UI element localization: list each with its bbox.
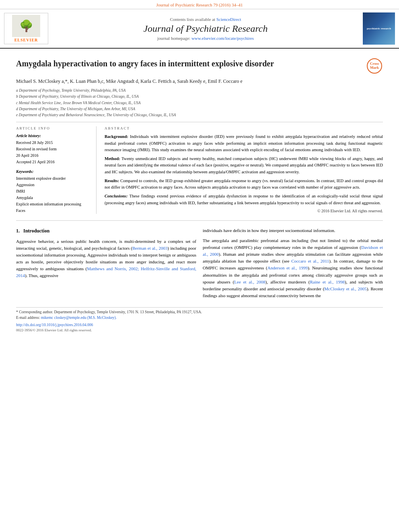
affiliation-d: d Department of Psychiatry, The Universi… xyxy=(16,106,383,112)
revised-date: 20 April 2016 xyxy=(16,152,92,159)
copyright-line: © 2016 Elsevier Ltd. All rights reserved… xyxy=(105,209,383,213)
ref-berman[interactable]: Berman et al., 2003 xyxy=(132,246,167,251)
crossmark-label: CrossMark xyxy=(370,62,379,70)
divider-2 xyxy=(16,220,383,221)
keyword-5: Explicit emotion information processing xyxy=(16,201,92,207)
elsevier-logo: 🌳 ELSEVIER xyxy=(4,13,48,44)
keyword-1: Intermittent explosive disorder xyxy=(16,175,92,182)
affiliation-b: b Department of Psychiatry, University o… xyxy=(16,94,383,99)
ref-anderson[interactable]: Anderson et al., 1999 xyxy=(267,265,308,270)
issn-line: 0022-3956/© 2016 Elsevier Ltd. All right… xyxy=(16,328,383,332)
method-text: Twenty unmedicated IED subjects and twen… xyxy=(105,156,383,174)
elsevier-brand-name: ELSEVIER xyxy=(6,38,46,42)
keyword-2: Aggression xyxy=(16,182,92,188)
journal-name: Journal of Psychiatric Research xyxy=(52,23,359,34)
abstract-results: Results: Compared to controls, the IED g… xyxy=(105,178,383,191)
abstract-method: Method: Twenty unmedicated IED subjects … xyxy=(105,156,383,175)
article-title-row: Amygdala hyperactivation to angry faces … xyxy=(16,58,383,74)
corresponding-author-note: * Corresponding author. Department of Ps… xyxy=(16,310,383,314)
ref-davidson[interactable]: Davidson et al., 2000 xyxy=(203,245,383,257)
article-info-heading: ARTICLE INFO xyxy=(16,126,92,130)
article-history-label: Article history: xyxy=(16,134,92,138)
journal-cover: psychiatric research xyxy=(363,12,395,45)
intro-heading: 1. Introduction xyxy=(16,227,196,235)
right-para-2: The amygdala and paralimbic prefrontal a… xyxy=(203,237,383,299)
right-column: individuals have deficits in how they in… xyxy=(203,227,383,302)
accepted-date: Accepted 21 April 2016 xyxy=(16,159,92,165)
divider-1 xyxy=(16,122,383,122)
authors-line: Michael S. McCloskey a,*, K. Luan Phan b… xyxy=(16,78,383,84)
email-label: E-mail address: xyxy=(16,316,40,320)
top-bar: Journal of Psychiatric Research 79 (2016… xyxy=(0,0,399,9)
email-link[interactable]: mikemc closkey@temple.edu (M.S. McCloske… xyxy=(41,316,117,320)
science-direct-link[interactable]: ScienceDirect xyxy=(216,17,241,22)
received-revised-label: Received in revised form xyxy=(16,146,92,152)
conclusions-label: Conclusions: xyxy=(105,194,128,198)
intro-number: 1. xyxy=(16,228,20,234)
affiliation-a: a Department of Psychology, Temple Unive… xyxy=(16,88,383,93)
background-text: Individuals with intermittent explosive … xyxy=(105,134,383,152)
email-line: E-mail address: mikemc closkey@temple.ed… xyxy=(16,316,383,320)
article-info-panel: ARTICLE INFO Article history: Received 2… xyxy=(16,126,97,214)
conclusions-text: These findings extend previous evidence … xyxy=(105,194,383,205)
intro-label: Introduction xyxy=(23,228,49,234)
article-dates: Received 28 July 2015 Received in revise… xyxy=(16,140,92,165)
abstract-panel: ABSTRACT Background: Individuals with in… xyxy=(105,126,383,214)
cover-title: psychiatric research xyxy=(367,27,391,30)
footnote-section: * Corresponding author. Department of Ps… xyxy=(16,307,383,332)
keyword-4: Amygdala xyxy=(16,195,92,201)
ref-mccloskey[interactable]: McCloskey et al., 2005 xyxy=(324,286,366,291)
left-column: 1. Introduction Aggressive behavior, a s… xyxy=(16,227,196,302)
keyword-3: fMRI xyxy=(16,188,92,195)
doi-line: http://dx.doi.org/10.1016/j.jpsychires.2… xyxy=(16,323,383,327)
abstract-heading: ABSTRACT xyxy=(105,126,383,130)
affiliation-c: c Mental Health Service Line, Jesse Brow… xyxy=(16,100,383,106)
ref-matthews[interactable]: Matthews and Norris, 2002; Helfritz-Sinv… xyxy=(16,266,196,278)
journal-title-block: Contents lists available at ScienceDirec… xyxy=(48,17,363,41)
abstract-conclusions: Conclusions: These findings extend previ… xyxy=(105,193,383,206)
keyword-6: Faces xyxy=(16,207,92,214)
article-title-text: Amygdala hyperactivation to angry faces … xyxy=(16,58,367,69)
ref-raine[interactable]: Raine et al., 1998 xyxy=(310,279,345,284)
citation-text: Journal of Psychiatric Research 79 (2016… xyxy=(156,2,243,7)
journal-header: 🌳 ELSEVIER Contents lists available at S… xyxy=(0,9,399,49)
affiliation-e: e Department of Psychiatry and Behaviora… xyxy=(16,112,383,118)
intro-para-1: Aggressive behavior, a serious public he… xyxy=(16,238,196,279)
ref-coccaro[interactable]: Coccaro et al., 2011 xyxy=(291,259,329,263)
homepage-line: journal homepage: www.elsevier.com/locat… xyxy=(52,36,359,41)
elsevier-tree-icon: 🌳 xyxy=(12,15,40,37)
science-direct-line: Contents lists available at ScienceDirec… xyxy=(52,17,359,22)
background-label: Background: xyxy=(105,134,128,139)
abstract-text: Background: Individuals with intermitten… xyxy=(105,134,383,206)
homepage-link[interactable]: www.elsevier.com/locate/psychires xyxy=(191,36,254,41)
abstract-background: Background: Individuals with intermitten… xyxy=(105,134,383,153)
method-label: Method: xyxy=(105,156,120,161)
keywords-list: Intermittent explosive disorder Aggressi… xyxy=(16,175,92,214)
keywords-label: Keywords: xyxy=(16,169,92,174)
ref-lee[interactable]: Lee et al., 2008 xyxy=(234,279,265,284)
received-date: Received 28 July 2015 xyxy=(16,140,92,146)
affiliations-block: a Department of Psychology, Temple Unive… xyxy=(16,88,383,118)
results-text: Compared to controls, the IED group exhi… xyxy=(105,179,383,189)
results-label: Results: xyxy=(105,179,119,183)
right-para-1: individuals have deficits in how they in… xyxy=(203,227,383,234)
doi-link[interactable]: http://dx.doi.org/10.1016/j.jpsychires.2… xyxy=(16,323,93,327)
crossmark-badge: CrossMark xyxy=(367,58,383,74)
